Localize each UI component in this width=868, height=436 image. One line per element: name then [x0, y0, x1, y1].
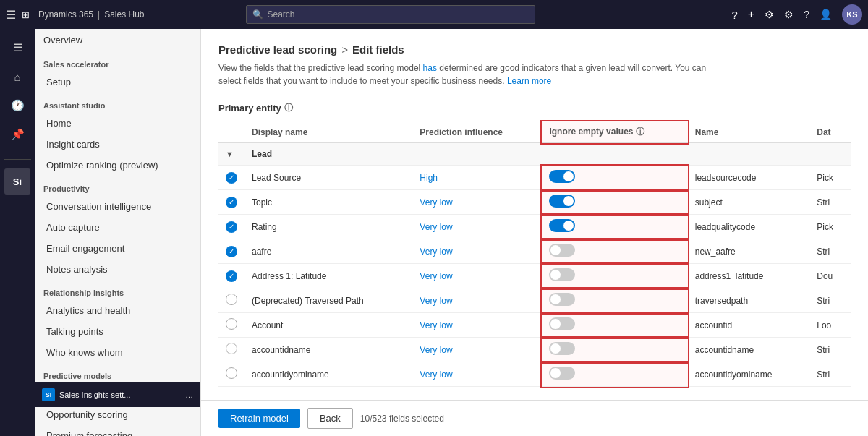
row4-name: new_aafre: [688, 239, 810, 264]
row5-influence: Very low: [412, 264, 542, 288]
back-button[interactable]: Back: [307, 408, 353, 429]
row6-toggle[interactable]: [549, 293, 575, 306]
row5-checkbox-cell: ✓: [218, 264, 244, 288]
row1-influence-link[interactable]: High: [420, 173, 438, 183]
row1-toggle[interactable]: [549, 170, 575, 183]
sidebar-item-analytics-health[interactable]: Analytics and health: [35, 300, 200, 321]
row2-influence: Very low: [412, 190, 542, 215]
row8-datatype: Stri: [809, 338, 851, 362]
row4-toggle[interactable]: [549, 244, 575, 257]
row2-checkbox-checked[interactable]: ✓: [226, 197, 237, 208]
row4-checkbox-checked[interactable]: ✓: [226, 246, 237, 257]
sidebar-item-opportunity-scoring[interactable]: Opportunity scoring: [35, 404, 200, 425]
row3-checkbox-checked[interactable]: ✓: [226, 221, 237, 233]
sidebar-item-who-knows-whom[interactable]: Who knows whom: [35, 342, 200, 363]
user-avatar[interactable]: KS: [842, 4, 862, 25]
sidebar-bottom-ellipsis-icon: …: [185, 390, 193, 399]
row5-influence-link[interactable]: Very low: [420, 271, 452, 281]
row6-checkbox-unchecked[interactable]: [226, 294, 237, 305]
primary-entity-info-icon[interactable]: ⓘ: [284, 102, 293, 114]
recent-nav-icon[interactable]: 🕐: [4, 93, 30, 119]
home-nav-icon[interactable]: ⌂: [4, 64, 30, 90]
row2-influence-link[interactable]: Very low: [420, 197, 452, 208]
row9-name: accountidyominame: [688, 362, 810, 387]
row6-influence: Very low: [412, 288, 542, 313]
sidebar-item-premium-forecasting[interactable]: Premium forecasting: [35, 425, 200, 436]
sidebar-item-optimize-ranking[interactable]: Optimize ranking (preview): [35, 155, 200, 176]
row8-influence-link[interactable]: Very low: [420, 345, 452, 355]
sidebar-item-home[interactable]: Home: [35, 113, 200, 134]
main-content: Predictive lead scoring > Edit fields Vi…: [201, 29, 868, 400]
help-icon[interactable]: ?: [804, 9, 809, 20]
sidebar-bottom-bar[interactable]: SI Sales Insights sett... …: [35, 382, 200, 407]
apps-grid-icon[interactable]: ⊞: [22, 9, 30, 20]
filter-icon[interactable]: ⚙: [765, 9, 774, 20]
lead-group-chevron-cell: ▼: [218, 143, 244, 166]
row4-influence-link[interactable]: Very low: [420, 247, 452, 257]
row8-checkbox-unchecked[interactable]: [226, 343, 237, 354]
table-row: ✓ Address 1: Latitude Very low address1_…: [218, 264, 851, 288]
row8-display-name: accountidname: [244, 338, 412, 362]
sidebar-item-notes-analysis[interactable]: Notes analysis: [35, 259, 200, 280]
sidebar-bottom-label: Sales Insights sett...: [59, 390, 130, 399]
help-question-icon[interactable]: ?: [731, 9, 737, 21]
row8-toggle[interactable]: [549, 342, 575, 355]
fields-count-text: 10/523 fields selected: [360, 414, 444, 424]
row2-toggle[interactable]: [549, 195, 575, 208]
row1-checkbox-cell: ✓: [218, 166, 244, 190]
settings-icon[interactable]: ⚙: [784, 9, 793, 20]
col-header-display-name: Display name: [244, 121, 412, 143]
sidebar-label-email-engagement: Email engagement: [46, 243, 124, 254]
row7-checkbox-unchecked[interactable]: [226, 318, 237, 330]
wide-sidebar: Overview Sales accelerator Setup Assista…: [35, 29, 201, 436]
row5-toggle[interactable]: [549, 268, 575, 281]
sales-insights-nav-icon[interactable]: Si: [4, 168, 30, 195]
hamburger-nav-icon[interactable]: ☰: [4, 35, 30, 61]
learn-more-link[interactable]: Learn more: [507, 76, 551, 86]
lead-group-chevron-icon[interactable]: ▼: [226, 150, 234, 158]
ignore-empty-info-icon[interactable]: ⓘ: [636, 127, 644, 137]
row8-influence: Very low: [412, 338, 542, 362]
sidebar-item-setup[interactable]: Setup: [35, 72, 200, 93]
sidebar-item-auto-capture[interactable]: Auto capture: [35, 217, 200, 238]
row6-datatype: Stri: [809, 288, 851, 313]
hamburger-icon[interactable]: ☰: [6, 8, 16, 22]
profile-icon[interactable]: 👤: [820, 9, 832, 20]
row3-influence-link[interactable]: Very low: [420, 222, 452, 232]
search-bar[interactable]: 🔍 Search: [246, 5, 535, 24]
sidebar-item-email-engagement[interactable]: Email engagement: [35, 238, 200, 259]
primary-entity-label: Primary entity: [218, 103, 281, 114]
sidebar-item-insight-cards[interactable]: Insight cards: [35, 134, 200, 155]
row1-toggle-cell: [542, 166, 687, 190]
row3-datatype: Pick: [809, 215, 851, 239]
bottom-action-bar: Retrain model Back 10/523 fields selecte…: [201, 400, 868, 436]
description-link-has[interactable]: has: [423, 63, 437, 73]
lead-group-label: Lead: [244, 143, 851, 166]
pinned-nav-icon[interactable]: 📌: [4, 121, 30, 148]
row7-influence-link[interactable]: Very low: [420, 320, 452, 330]
row3-toggle[interactable]: [549, 219, 575, 232]
row1-influence: High: [412, 166, 542, 190]
row7-name: accountid: [688, 313, 810, 338]
search-placeholder: Search: [268, 9, 295, 20]
add-icon[interactable]: +: [748, 8, 754, 21]
row7-toggle[interactable]: [549, 317, 575, 330]
sales-insights-bottom-icon: SI: [42, 388, 55, 401]
row6-name: traversedpath: [688, 288, 810, 313]
row5-checkbox-checked[interactable]: ✓: [226, 270, 237, 282]
row1-checkbox-checked[interactable]: ✓: [226, 172, 237, 184]
row7-display-name: Account: [244, 313, 412, 338]
row8-toggle-cell: [542, 338, 687, 362]
retrain-model-button[interactable]: Retrain model: [218, 409, 300, 428]
sidebar-item-overview[interactable]: Overview: [35, 29, 200, 51]
row4-checkbox-cell: ✓: [218, 239, 244, 264]
table-row: Account Very low accountid Loo: [218, 313, 851, 338]
col-header-name: Name: [688, 121, 810, 143]
sidebar-item-talking-points[interactable]: Talking points: [35, 321, 200, 342]
row3-checkbox-cell: ✓: [218, 215, 244, 239]
row9-checkbox-unchecked[interactable]: [226, 367, 237, 379]
sidebar-item-conversation-intelligence[interactable]: Conversation intelligence: [35, 196, 200, 217]
row6-influence-link[interactable]: Very low: [420, 296, 452, 306]
row9-toggle[interactable]: [549, 367, 575, 380]
row9-influence-link[interactable]: Very low: [420, 369, 452, 380]
